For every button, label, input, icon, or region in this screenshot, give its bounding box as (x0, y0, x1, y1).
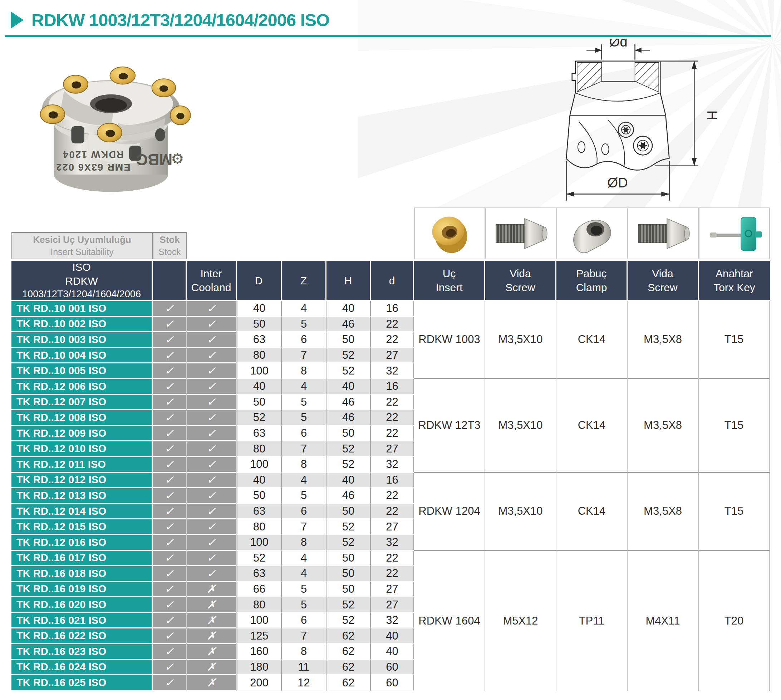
round-insert-photo (414, 207, 485, 259)
clamp-photo (556, 207, 628, 259)
stock-check-icon: ✓ (153, 301, 187, 317)
torx-key-spec-cell: T15 (699, 301, 770, 379)
dim-top-label: Ød (609, 38, 627, 49)
col-header-stock-spacer (153, 261, 187, 301)
row-code-cell: TK RD..16 024 ISO (12, 660, 153, 676)
product-photo: EMR 63X6 022 RDKW 1204 MBC ⚙ (21, 40, 201, 203)
screw-spec-cell: M3,5X10 (485, 473, 556, 551)
stock-check-icon: ✓ (153, 519, 187, 535)
cooland-cross-icon: ✗ (187, 644, 237, 660)
row-code-cell: TK RD..10 001 ISO (12, 301, 153, 317)
stock-check-icon: ✓ (153, 379, 187, 395)
row-code-cell: TK RD..16 020 ISO (12, 597, 153, 613)
dim-D-cell: 52 (237, 410, 282, 426)
dim-D-cell: 63 (237, 426, 282, 442)
dim-d-cell: 22 (371, 317, 414, 333)
stock-check-icon: ✓ (153, 551, 187, 567)
screw2-spec-cell: M3,5X8 (628, 473, 699, 551)
screw-spec-cell: M3,5X10 (485, 379, 556, 473)
dim-H-cell: 52 (326, 613, 371, 629)
dim-d-cell: 60 (371, 675, 414, 691)
dim-D-cell: 200 (237, 675, 282, 691)
dim-Z-cell: 6 (282, 613, 326, 629)
dim-d-cell: 16 (371, 473, 414, 488)
dim-d-cell: 22 (371, 395, 414, 411)
row-code-cell: TK RD..16 021 ISO (12, 613, 153, 629)
dim-H-cell: 46 (326, 317, 371, 333)
stock-check-icon: ✓ (153, 426, 187, 442)
col-header-screw1: Vida Screw (485, 261, 556, 301)
dim-Z-cell: 8 (282, 644, 326, 660)
catalog-page: { "page": { "title": "RDKW 1003/12T3/120… (0, 0, 781, 700)
cooland-check-icon: ✓ (187, 457, 237, 473)
dim-Z-cell: 6 (282, 426, 326, 442)
dim-Z-cell: 5 (282, 317, 326, 333)
cooland-cross-icon: ✗ (187, 613, 237, 629)
dim-d-cell: 22 (371, 488, 414, 504)
dim-d-cell: 22 (371, 332, 414, 348)
dim-Z-cell: 12 (282, 675, 326, 691)
dim-H-cell: 52 (326, 535, 371, 551)
dim-D-cell: 80 (237, 348, 282, 364)
dim-H-cell: 52 (326, 363, 371, 379)
dim-Z-cell: 6 (282, 504, 326, 520)
cooland-check-icon: ✓ (187, 504, 237, 520)
stock-check-icon: ✓ (153, 504, 187, 520)
col-header-iso: ISO RDKW 1003/12T3/1204/1604/2006 (12, 261, 153, 301)
dim-H-cell: 62 (326, 628, 371, 644)
dim-D-cell: 100 (237, 457, 282, 473)
cooland-check-icon: ✓ (187, 426, 237, 442)
col-header-H: H (326, 261, 371, 301)
marking-line2: RDKW 1204 (62, 149, 123, 160)
stock-check-icon: ✓ (153, 395, 187, 411)
dim-D-cell: 63 (237, 504, 282, 520)
row-code-cell: TK RD..12 013 ISO (12, 488, 153, 504)
col-header-insert: Uç Insert (414, 261, 485, 301)
dim-d-cell: 32 (371, 613, 414, 629)
dim-diameter-label: ØD (607, 175, 628, 190)
brand-gear-icon: ⚙ (171, 150, 184, 167)
dim-H-cell: 46 (326, 488, 371, 504)
stock-title: Stok (160, 234, 180, 246)
dim-Z-cell: 4 (282, 301, 326, 317)
stock-check-icon: ✓ (153, 582, 187, 598)
stock-check-icon: ✓ (153, 332, 187, 348)
row-code-cell: TK RD..12 015 ISO (12, 519, 153, 535)
dim-D-cell: 100 (237, 613, 282, 629)
dim-H-cell: 50 (326, 566, 371, 582)
dim-H-cell: 46 (326, 395, 371, 411)
clamp-spec-cell: CK14 (556, 473, 628, 551)
insert-name-cell: RDKW 1003 (414, 301, 485, 379)
dim-Z-cell: 4 (282, 379, 326, 395)
dim-Z-cell: 7 (282, 628, 326, 644)
dim-Z-cell: 4 (282, 551, 326, 567)
cooland-check-icon: ✓ (187, 317, 237, 333)
screw-spec-cell: M5X12 (485, 551, 556, 691)
cooland-cross-icon: ✗ (187, 660, 237, 676)
cooland-cross-icon: ✗ (187, 675, 237, 691)
dim-Z-cell: 5 (282, 582, 326, 598)
stock-check-icon: ✓ (153, 488, 187, 504)
dim-d-cell: 22 (371, 426, 414, 442)
cooland-check-icon: ✓ (187, 363, 237, 379)
dim-D-cell: 63 (237, 566, 282, 582)
dim-d-cell: 16 (371, 379, 414, 395)
dim-D-cell: 100 (237, 535, 282, 551)
dim-Z-cell: 6 (282, 332, 326, 348)
dim-d-cell: 22 (371, 410, 414, 426)
dim-d-cell: 32 (371, 363, 414, 379)
dim-H-cell: 50 (326, 551, 371, 567)
dim-Z-cell: 5 (282, 410, 326, 426)
dim-H-cell: 52 (326, 348, 371, 364)
dim-H-cell: 62 (326, 660, 371, 676)
col-header-D: D (237, 261, 282, 301)
stock-check-icon: ✓ (153, 457, 187, 473)
dim-Z-cell: 8 (282, 457, 326, 473)
dim-D-cell: 66 (237, 582, 282, 598)
cooland-check-icon: ✓ (187, 301, 237, 317)
dim-D-cell: 125 (237, 628, 282, 644)
col-header-Z: Z (282, 261, 326, 301)
insert-screw-photo (628, 207, 699, 259)
dim-D-cell: 160 (237, 644, 282, 660)
dim-H-cell: 52 (326, 519, 371, 535)
